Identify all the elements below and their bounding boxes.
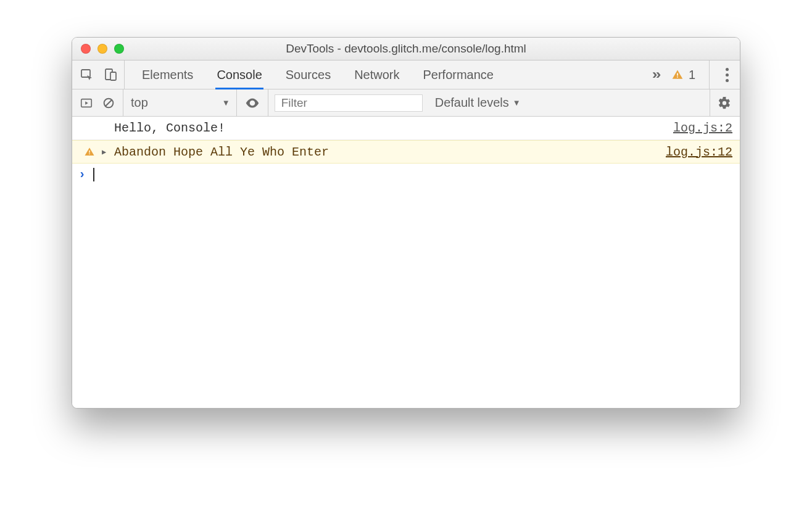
- zoom-window-button[interactable]: [114, 44, 124, 54]
- svg-rect-9: [89, 151, 90, 153]
- svg-rect-10: [89, 154, 90, 155]
- devtools-window: DevTools - devtools.glitch.me/console/lo…: [72, 37, 740, 409]
- tab-label: Elements: [142, 68, 193, 82]
- text-cursor: [93, 168, 94, 181]
- svg-rect-2: [110, 72, 116, 80]
- console-output: Hello, Console! log.js:2 ▶ Abandon Hope …: [72, 117, 740, 408]
- svg-point-8: [251, 101, 254, 104]
- console-message-text: Hello, Console!: [114, 121, 667, 135]
- devtools-tabs: Elements Console Sources Network Perform…: [125, 60, 648, 89]
- expand-toggle-icon[interactable]: ▶: [102, 147, 110, 157]
- inspect-element-icon[interactable]: [80, 67, 94, 82]
- tab-network[interactable]: Network: [354, 60, 399, 89]
- more-tabs-icon[interactable]: »: [652, 67, 661, 83]
- svg-line-7: [106, 99, 112, 106]
- console-prompt[interactable]: ›: [72, 164, 740, 185]
- svg-rect-3: [677, 73, 678, 76]
- levels-label: Default levels: [435, 96, 509, 110]
- chevron-down-icon: ▼: [222, 98, 230, 107]
- console-message-text: Abandon Hope All Ye Who Enter: [114, 145, 660, 159]
- live-expression-segment: [237, 89, 268, 116]
- tab-elements[interactable]: Elements: [142, 60, 193, 89]
- message-source-link[interactable]: log.js:12: [666, 145, 732, 159]
- window-controls: [81, 44, 124, 54]
- tab-sources[interactable]: Sources: [286, 60, 331, 89]
- console-toolbar: top ▼ Default levels ▼: [72, 89, 740, 117]
- divider: [710, 89, 710, 116]
- divider: [709, 60, 710, 89]
- console-warning-row: ▶ Abandon Hope All Ye Who Enter log.js:1…: [72, 140, 740, 164]
- toolbar-left-segment: [72, 89, 123, 116]
- tab-label: Performance: [423, 68, 494, 82]
- tab-performance[interactable]: Performance: [423, 60, 494, 89]
- tab-label: Console: [217, 68, 262, 82]
- filter-segment: Default levels ▼: [268, 89, 707, 116]
- context-selector[interactable]: top ▼: [123, 89, 237, 116]
- console-message-row: Hello, Console! log.js:2: [72, 117, 740, 140]
- console-settings-icon[interactable]: [718, 96, 731, 110]
- tab-label: Sources: [286, 68, 331, 82]
- svg-rect-4: [677, 77, 678, 78]
- prompt-caret-icon: ›: [78, 167, 86, 181]
- tabbar-left-tools: [72, 60, 125, 89]
- tabbar-right: » 1: [648, 60, 740, 89]
- svg-rect-0: [81, 70, 90, 77]
- window-title: DevTools - devtools.glitch.me/console/lo…: [72, 42, 740, 56]
- tab-console[interactable]: Console: [217, 60, 262, 89]
- context-label: top: [131, 96, 148, 110]
- warning-icon: [84, 146, 95, 157]
- close-window-button[interactable]: [81, 44, 91, 54]
- window-titlebar: DevTools - devtools.glitch.me/console/lo…: [72, 38, 740, 60]
- devtools-tabbar: Elements Console Sources Network Perform…: [72, 60, 740, 89]
- console-filter-input[interactable]: [275, 94, 423, 112]
- warning-count: 1: [689, 68, 695, 82]
- toggle-sidebar-icon[interactable]: [80, 96, 93, 110]
- log-levels-select[interactable]: Default levels ▼: [435, 96, 521, 110]
- devtools-menu-icon[interactable]: [723, 68, 731, 82]
- row-gutter: [77, 146, 102, 157]
- chevron-down-icon: ▼: [513, 98, 521, 107]
- create-live-expression-icon[interactable]: [244, 95, 260, 111]
- message-source-link[interactable]: log.js:2: [673, 121, 732, 135]
- minimize-window-button[interactable]: [97, 44, 107, 54]
- issues-counter[interactable]: 1: [671, 68, 695, 82]
- warning-icon: [671, 69, 684, 81]
- device-toolbar-icon[interactable]: [103, 67, 118, 82]
- clear-console-icon[interactable]: [102, 96, 115, 110]
- tab-label: Network: [354, 68, 399, 82]
